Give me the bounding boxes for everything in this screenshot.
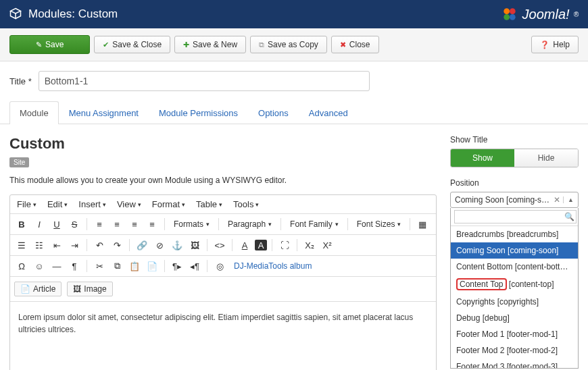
position-option[interactable]: Footer Mod 2 [footer-mod-2]: [451, 342, 578, 359]
menu-file[interactable]: File ▾: [17, 199, 36, 209]
tab-menu-assignment[interactable]: Menu Assignment: [59, 101, 149, 124]
omega-icon[interactable]: Ω: [14, 259, 29, 273]
menu-tools[interactable]: Tools ▾: [233, 199, 259, 209]
pilcrow-icon[interactable]: ¶: [67, 259, 82, 273]
tab-options[interactable]: Options: [248, 101, 299, 124]
align-left-icon[interactable]: ≡: [92, 217, 107, 232]
pastetext-icon[interactable]: 📄: [145, 259, 160, 273]
hr-icon[interactable]: —: [49, 259, 64, 273]
position-option[interactable]: Copyrights [copyrights]: [451, 294, 578, 310]
tab-module-permissions[interactable]: Module Permissions: [149, 101, 248, 124]
menu-format[interactable]: Format ▾: [152, 199, 185, 209]
tab-module[interactable]: Module: [9, 101, 59, 124]
header-bar: Modules: Custom Joomla!®: [0, 0, 588, 28]
save-copy-button[interactable]: ⧉Save as Copy: [250, 36, 327, 53]
position-option[interactable]: Content Top [content-top]: [451, 275, 578, 294]
emoji-icon[interactable]: ☺: [32, 259, 47, 273]
position-option[interactable]: Footer Mod 3 [footer-mod-3]: [451, 359, 578, 368]
joomla-logo: Joomla!®: [501, 5, 579, 23]
sup-icon[interactable]: X²: [320, 238, 335, 253]
position-select[interactable]: Coming Soon [coming-soon] ✕▲: [450, 192, 579, 208]
fullscreen-icon[interactable]: ⛶: [277, 238, 292, 253]
position-option[interactable]: Coming Soon [coming-soon]: [451, 242, 578, 259]
image-button[interactable]: 🖼 Image: [67, 282, 112, 296]
editor-toolbar-4: 📄 Article 🖼 Image: [10, 277, 436, 302]
editor-content[interactable]: Lorem ipsum dolor sit amet, consectetur …: [10, 302, 436, 370]
rtl-icon[interactable]: ◂¶: [187, 259, 202, 273]
search-icon: 🔍: [564, 212, 574, 221]
sub-icon[interactable]: X₂: [302, 238, 317, 253]
fontfamily-dropdown[interactable]: Font Family ▾: [286, 217, 343, 232]
chevron-up-icon[interactable]: ▲: [563, 196, 574, 203]
wysiwyg-editor: File ▾ Edit ▾ Insert ▾ View ▾ Format ▾ T…: [9, 194, 437, 370]
close-button[interactable]: ✖Close: [331, 36, 379, 53]
position-option[interactable]: Debug [debug]: [451, 310, 578, 326]
align-justify-icon[interactable]: ≡: [145, 217, 160, 232]
underline-icon[interactable]: U: [49, 217, 64, 232]
menu-table[interactable]: Table ▾: [196, 199, 222, 209]
menu-view[interactable]: View ▾: [117, 199, 141, 209]
save-close-button[interactable]: ✔Save & Close: [94, 36, 170, 53]
module-icon[interactable]: ◎: [212, 259, 227, 273]
unlink-icon[interactable]: ⊘: [152, 238, 167, 253]
bgcolor-icon[interactable]: A: [255, 240, 267, 250]
position-option[interactable]: Content Bottom [content-bottom]: [451, 259, 578, 275]
ltr-icon[interactable]: ¶▸: [170, 259, 185, 273]
site-badge: Site: [9, 157, 29, 167]
show-title-label: Show Title: [450, 135, 579, 144]
position-search-input[interactable]: [454, 210, 577, 223]
position-option-list[interactable]: Breadcrumbs [breadcrumbs]Coming Soon [co…: [451, 226, 578, 368]
undo-icon[interactable]: ↶: [92, 238, 107, 253]
cut-icon[interactable]: ✂: [92, 259, 107, 273]
link-icon[interactable]: 🔗: [134, 238, 149, 253]
page-title: Modules: Custom: [28, 7, 118, 21]
copy-icon: ⧉: [259, 41, 264, 49]
tab-advanced[interactable]: Advanced: [299, 101, 358, 124]
textcolor-icon[interactable]: A: [237, 238, 252, 253]
help-icon: ❓: [540, 41, 549, 49]
save-new-button[interactable]: ✚Save & New: [174, 36, 246, 53]
save-button[interactable]: ✎Save: [9, 35, 90, 54]
italic-icon[interactable]: I: [32, 217, 47, 232]
module-description: This module allows you to create your ow…: [9, 176, 437, 185]
outdent-icon[interactable]: ⇤: [49, 238, 64, 253]
align-center-icon[interactable]: ≡: [109, 217, 124, 232]
paragraph-dropdown[interactable]: Paragraph ▾: [224, 217, 276, 232]
editor-toolbar-2: ☰ ☷ ⇤ ⇥ ↶ ↷ 🔗 ⊘ ⚓ 🖼 <> A A ⛶ X₂: [10, 235, 436, 256]
cube-icon: [9, 7, 22, 22]
svg-point-3: [510, 14, 516, 20]
hide-option[interactable]: Hide: [514, 149, 578, 167]
code-icon[interactable]: <>: [212, 238, 227, 253]
title-label: Title *: [9, 76, 32, 86]
close-icon: ✖: [340, 41, 346, 49]
grid-icon[interactable]: ▦: [415, 217, 430, 232]
menu-edit[interactable]: Edit ▾: [47, 199, 68, 209]
fontsize-dropdown[interactable]: Font Sizes ▾: [353, 217, 406, 232]
position-label: Position: [450, 178, 579, 188]
clear-icon[interactable]: ✕: [554, 195, 560, 205]
svg-point-1: [510, 8, 516, 14]
module-heading: Custom: [9, 135, 437, 153]
paste-icon[interactable]: 📋: [127, 259, 142, 273]
formats-dropdown[interactable]: Formats ▾: [170, 217, 214, 232]
strike-icon[interactable]: S: [67, 217, 82, 232]
title-input[interactable]: [39, 71, 370, 91]
position-option[interactable]: Breadcrumbs [breadcrumbs]: [451, 226, 578, 242]
help-button[interactable]: ❓Help: [531, 36, 579, 53]
redo-icon[interactable]: ↷: [109, 238, 124, 253]
align-right-icon[interactable]: ≡: [127, 217, 142, 232]
article-button[interactable]: 📄 Article: [14, 282, 62, 296]
image-icon[interactable]: 🖼: [187, 238, 202, 253]
copy-icon[interactable]: ⧉: [109, 259, 124, 273]
anchor-icon[interactable]: ⚓: [170, 238, 185, 253]
position-dropdown: 🔍 Breadcrumbs [breadcrumbs]Coming Soon […: [450, 208, 579, 369]
bold-icon[interactable]: B: [14, 217, 29, 232]
editor-toolbar-3: Ω ☺ — ¶ ✂ ⧉ 📋 📄 ¶▸ ◂¶ ◎ DJ-MediaTools al…: [10, 256, 436, 277]
bullet-list-icon[interactable]: ☰: [14, 238, 29, 253]
menu-insert[interactable]: Insert ▾: [78, 199, 106, 209]
show-option[interactable]: Show: [451, 149, 514, 167]
mediatools-button[interactable]: DJ-MediaTools album: [230, 259, 316, 273]
position-option[interactable]: Footer Mod 1 [footer-mod-1]: [451, 326, 578, 342]
number-list-icon[interactable]: ☷: [32, 238, 47, 253]
indent-icon[interactable]: ⇥: [67, 238, 82, 253]
